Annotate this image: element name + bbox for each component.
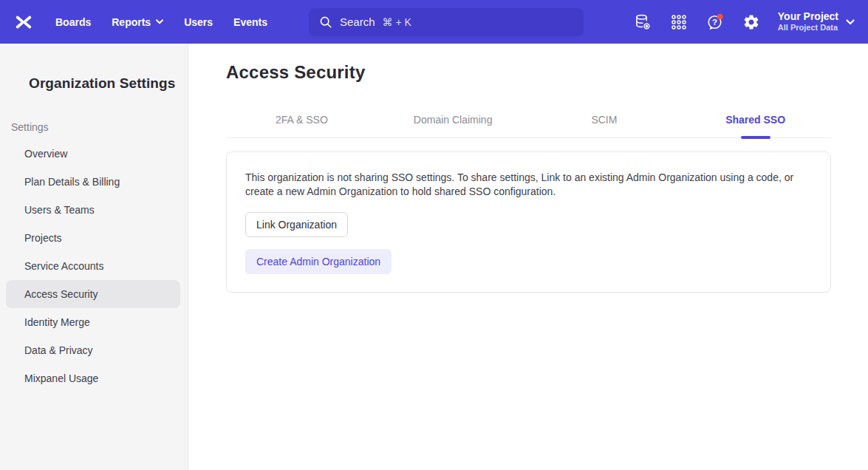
nav-item-boards[interactable]: Boards	[55, 16, 91, 28]
main-panel: Access Security 2FA & SSO Domain Claimin…	[188, 44, 868, 470]
sidebar-title: Organization Settings	[29, 75, 188, 92]
primary-nav-links: Boards Reports Users Events	[55, 16, 267, 28]
data-management-icon[interactable]	[634, 13, 652, 31]
sidebar-item-plan-details-billing[interactable]: Plan Details & Billing	[6, 168, 180, 196]
org-settings-sidebar: Organization Settings Settings Overview …	[0, 44, 188, 470]
notification-badge	[717, 13, 723, 19]
nav-item-label: Users	[184, 16, 213, 28]
tab-2fa-sso[interactable]: 2FA & SSO	[226, 105, 377, 137]
sidebar-item-overview[interactable]: Overview	[6, 140, 180, 168]
nav-item-label: Reports	[112, 16, 151, 28]
search-input[interactable]: Search ⌘ + K	[309, 8, 584, 36]
apps-grid-icon[interactable]	[670, 13, 688, 31]
tab-bar: 2FA & SSO Domain Claiming SCIM Shared SS…	[226, 105, 831, 138]
project-names: Your Project All Project Data	[778, 10, 838, 33]
sidebar-item-projects[interactable]: Projects	[6, 224, 180, 252]
page-title: Access Security	[226, 62, 868, 83]
sidebar-item-service-accounts[interactable]: Service Accounts	[6, 252, 180, 280]
card-actions: Link Organization Create Admin Organizat…	[245, 212, 812, 274]
sidebar-item-access-security[interactable]: Access Security	[6, 280, 180, 308]
nav-item-reports[interactable]: Reports	[112, 16, 163, 28]
sidebar-item-data-privacy[interactable]: Data & Privacy	[6, 336, 180, 364]
search-icon	[319, 16, 332, 29]
settings-gear-icon[interactable]	[742, 13, 760, 31]
shared-sso-description: This organization is not sharing SSO set…	[245, 171, 808, 199]
content-row: Organization Settings Settings Overview …	[0, 44, 868, 470]
search-shortcut-hint: ⌘ + K	[383, 16, 411, 28]
tab-scim[interactable]: SCIM	[529, 105, 680, 137]
sidebar-item-mixpanel-usage[interactable]: Mixpanel Usage	[6, 364, 180, 392]
chevron-down-icon	[156, 19, 163, 24]
app-window: Boards Reports Users Events Search ⌘ + K	[0, 0, 868, 470]
nav-item-label: Events	[233, 16, 267, 28]
nav-icon-cluster: ?	[634, 13, 760, 31]
shared-sso-card: This organization is not sharing SSO set…	[226, 151, 831, 293]
create-admin-organization-button[interactable]: Create Admin Organization	[245, 249, 392, 274]
chevron-down-icon	[846, 19, 855, 25]
sidebar-section-label: Settings	[11, 121, 188, 133]
tab-domain-claiming[interactable]: Domain Claiming	[377, 105, 529, 137]
link-organization-button[interactable]: Link Organization	[245, 212, 348, 237]
help-icon[interactable]: ?	[706, 13, 724, 31]
tab-shared-sso[interactable]: Shared SSO	[680, 105, 831, 137]
mixpanel-logo-icon[interactable]	[14, 13, 33, 32]
sidebar-item-identity-merge[interactable]: Identity Merge	[6, 308, 180, 336]
nav-item-events[interactable]: Events	[233, 16, 267, 28]
nav-item-users[interactable]: Users	[184, 16, 213, 28]
top-navigation-bar: Boards Reports Users Events Search ⌘ + K	[0, 0, 868, 44]
project-scope: All Project Data	[778, 23, 838, 33]
project-switcher[interactable]: Your Project All Project Data	[778, 10, 855, 33]
search-placeholder: Search	[340, 16, 375, 28]
nav-item-label: Boards	[55, 16, 91, 28]
project-name: Your Project	[778, 10, 838, 24]
sidebar-item-users-teams[interactable]: Users & Teams	[6, 196, 180, 224]
svg-text:?: ?	[712, 18, 717, 27]
